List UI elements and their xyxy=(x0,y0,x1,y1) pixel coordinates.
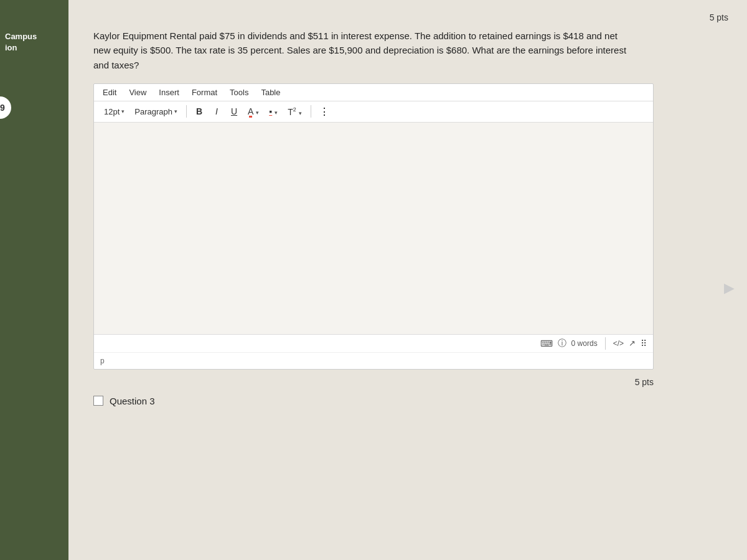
paragraph-chevron: ▾ xyxy=(174,108,177,114)
paragraph-label: Paragraph xyxy=(134,107,172,116)
sidebar-label-ion: ion xyxy=(5,43,17,52)
menu-format[interactable]: Format xyxy=(189,86,220,98)
question-number-text: 19 xyxy=(0,103,5,113)
underline-color-chevron: ▾ xyxy=(275,110,278,116)
question3-label: Question 3 xyxy=(110,396,155,406)
font-color-chevron: ▾ xyxy=(256,110,259,116)
more-status-button[interactable]: ⠿ xyxy=(641,338,647,348)
font-size-dropdown[interactable]: 12pt ▾ xyxy=(100,105,128,118)
superscript-label: T2 xyxy=(288,107,296,117)
editor-wrapper: Edit View Insert Format Tools Table 12pt… xyxy=(93,83,654,370)
cursor-arrow: ▶ xyxy=(724,280,735,296)
keyboard-icon[interactable]: ⌨ xyxy=(540,338,553,348)
sidebar-label-campus: Campus xyxy=(5,32,37,41)
font-color-button[interactable]: A ▾ xyxy=(244,105,263,118)
editor-menubar: Edit View Insert Format Tools Table xyxy=(94,84,653,101)
font-color-a-label: A xyxy=(248,106,253,116)
word-count: 0 words xyxy=(571,339,598,348)
code-view-button[interactable]: </> xyxy=(613,339,624,348)
editor-status-bar: ⌨ ⓘ 0 words </> ↗ ⠿ xyxy=(94,334,653,352)
question-text: Kaylor Equipment Rental paid $75 in divi… xyxy=(93,29,629,72)
underline-color-icon: ▪ xyxy=(269,106,272,116)
font-size-value: 12pt xyxy=(104,107,120,116)
accessibility-icon[interactable]: ⓘ xyxy=(558,338,566,349)
menu-view[interactable]: View xyxy=(126,86,149,98)
left-sidebar: Campus ion xyxy=(0,0,68,560)
toolbar-separator-2 xyxy=(311,105,311,118)
more-options-icon: ⋮ xyxy=(319,106,329,117)
italic-button[interactable]: I xyxy=(209,105,224,118)
editor-body[interactable] xyxy=(94,123,653,334)
menu-tools[interactable]: Tools xyxy=(227,86,251,98)
paragraph-indicator: p xyxy=(100,357,105,365)
bold-button[interactable]: B xyxy=(192,105,207,118)
sidebar-label: Campus ion xyxy=(5,31,37,54)
pts-top-value: 5 pts xyxy=(710,12,728,22)
question-body-text: Kaylor Equipment Rental paid $75 in divi… xyxy=(93,30,626,70)
menu-table[interactable]: Table xyxy=(258,86,283,98)
bold-label: B xyxy=(196,106,202,116)
underline-label: U xyxy=(231,106,237,116)
font-size-chevron: ▾ xyxy=(121,108,125,114)
content-area: 5 pts Kaylor Equipment Rental paid $75 i… xyxy=(68,0,747,560)
superscript-button[interactable]: T2 ▾ xyxy=(284,105,305,119)
menu-edit[interactable]: Edit xyxy=(100,86,119,98)
underline-button[interactable]: U xyxy=(227,105,242,118)
underline-color-button[interactable]: ▪ ▾ xyxy=(265,105,281,118)
superscript-chevron: ▾ xyxy=(299,110,302,116)
toolbar-separator-1 xyxy=(186,105,187,118)
italic-label: I xyxy=(215,106,218,116)
pts-top: 5 pts xyxy=(93,12,728,22)
question3-bar: Question 3 xyxy=(93,396,654,406)
editor-toolbar: 12pt ▾ Paragraph ▾ B I xyxy=(94,101,653,123)
paragraph-dropdown[interactable]: Paragraph ▾ xyxy=(131,105,181,118)
question3-checkbox[interactable] xyxy=(93,396,103,406)
pts-bottom: 5 pts xyxy=(93,377,654,387)
more-options-button[interactable]: ⋮ xyxy=(316,105,332,119)
pts-bottom-value: 5 pts xyxy=(635,377,654,387)
expand-button[interactable]: ↗ xyxy=(629,338,636,348)
editor-footer: p xyxy=(94,352,653,369)
menu-insert[interactable]: Insert xyxy=(156,86,182,98)
main-container: Campus ion 19 5 pts Kaylor Equipment Ren… xyxy=(0,0,747,560)
status-separator-1 xyxy=(605,337,606,350)
